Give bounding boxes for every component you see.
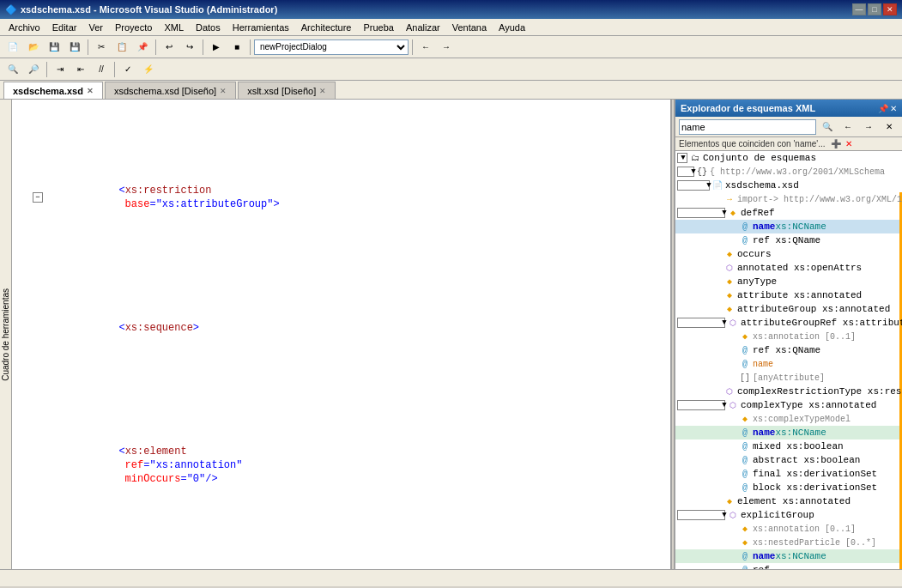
- menu-datos[interactable]: Datos: [191, 21, 226, 33]
- tree-expand-w3c[interactable]: ▼: [677, 167, 694, 177]
- tree-expand-complextype[interactable]: ▼: [677, 400, 725, 410]
- menu-ventana[interactable]: Ventana: [447, 21, 492, 33]
- schema-close-btn[interactable]: ✕: [880, 118, 899, 136]
- tree-defref-name[interactable]: @ name xs:NCName: [675, 220, 902, 233]
- menu-proyecto[interactable]: Proyecto: [110, 21, 157, 33]
- tab-xsdschema[interactable]: xsdschema.xsd ✕: [3, 82, 103, 99]
- toolbar-row-1: 📄 📂 💾 💾 ✂ 📋 📌 ↩ ↪ ▶ ■ newProjectDialog ←…: [0, 36, 902, 58]
- tree-eg-annotation-label: xs:annotation [0..1]: [753, 524, 856, 534]
- menu-analizar[interactable]: Analizar: [401, 21, 445, 33]
- tree-complexrestriction[interactable]: ⬡ complexRestrictionType xs:restricti: [675, 385, 902, 398]
- tree-annotated[interactable]: ⬡ annotated xs:openAttrs: [675, 261, 902, 275]
- tree-element[interactable]: ◆ element xs:annotated: [675, 494, 902, 508]
- menu-archivo[interactable]: Archivo: [3, 21, 45, 33]
- code-text-2: <xs:sequence>: [45, 294, 667, 362]
- schema-tree[interactable]: ▼ 🗂 Conjunto de esquemas ▼ {} { http://w…: [675, 151, 902, 569]
- toolbar-build-btn[interactable]: ▶: [207, 39, 226, 56]
- panel-pin-btn[interactable]: 📌: [878, 104, 888, 113]
- tree-ct-name[interactable]: @ name xs:NCName: [675, 426, 902, 439]
- toolbar-find-btn[interactable]: 🔎: [24, 61, 43, 78]
- tree-occurs[interactable]: ◆ occurs: [675, 247, 902, 261]
- collapse-1[interactable]: −: [33, 192, 43, 203]
- search-clear-icon[interactable]: ✕: [845, 139, 852, 149]
- toolbar-cut-btn[interactable]: ✂: [92, 39, 111, 56]
- toolbar-back-btn[interactable]: ←: [416, 39, 435, 56]
- toolbar-undo-btn[interactable]: ↩: [160, 39, 179, 56]
- tree-import[interactable]: → import-> http://www.w3.org/XML/1: [675, 192, 902, 206]
- schema-search-btn[interactable]: 🔍: [818, 118, 837, 136]
- tree-root[interactable]: ▼ 🗂 Conjunto de esquemas: [675, 151, 902, 165]
- toolbar-indent-btn[interactable]: ⇥: [51, 61, 70, 78]
- tree-ct-model[interactable]: ◆ xs:complexTypeModel: [675, 412, 902, 426]
- tree-xsdschema[interactable]: ▼ 📄 xsdschema.xsd: [675, 179, 902, 192]
- tree-agr-anyattr[interactable]: [] [anyAttribute]: [675, 371, 902, 385]
- menu-herramientas[interactable]: Herramientas: [227, 21, 294, 33]
- schema-search-input[interactable]: [679, 119, 816, 135]
- window-controls[interactable]: — □ ✕: [852, 3, 897, 15]
- tree-attrgroup[interactable]: ◆ attributeGroup xs:annotated: [675, 302, 902, 316]
- maximize-button[interactable]: □: [868, 3, 881, 15]
- tree-expand-defref[interactable]: ▼: [677, 208, 725, 218]
- menu-prueba[interactable]: Prueba: [358, 21, 398, 33]
- tree-eg-annotation[interactable]: ◆ xs:annotation [0..1]: [675, 522, 902, 536]
- project-combo[interactable]: newProjectDialog: [254, 39, 409, 55]
- tab-close-0[interactable]: ✕: [87, 87, 94, 95]
- tree-eg-name[interactable]: @ name xs:NCName: [675, 549, 902, 563]
- eg-ref-icon: @: [739, 564, 751, 569]
- tree-anytype[interactable]: ◆ anyType: [675, 275, 902, 288]
- tab-xsdschema-design[interactable]: xsdschema.xsd [Diseño] ✕: [105, 82, 236, 99]
- toolbar-open-btn[interactable]: 📂: [24, 39, 43, 56]
- schema-nav-back-btn[interactable]: ←: [838, 118, 857, 136]
- toolbar-redo-btn[interactable]: ↪: [180, 39, 199, 56]
- tree-defref[interactable]: ▼ ◆ defRef: [675, 206, 902, 220]
- toolbar-validate-btn[interactable]: ✓: [118, 61, 137, 78]
- menu-xml[interactable]: XML: [159, 21, 189, 33]
- tree-attribute[interactable]: ◆ attribute xs:annotated: [675, 288, 902, 302]
- tree-eg-ref[interactable]: @ ref: [675, 563, 902, 569]
- panel-close-btn[interactable]: ✕: [890, 104, 897, 113]
- schema-nav-fwd-btn[interactable]: →: [859, 118, 878, 136]
- tree-ct-mixed[interactable]: @ mixed xs:boolean: [675, 439, 902, 453]
- tree-ct-abstract[interactable]: @ abstract xs:boolean: [675, 453, 902, 467]
- tree-explicitgroup[interactable]: ▼ ⬡ explicitGroup: [675, 508, 902, 522]
- menu-ayuda[interactable]: Ayuda: [493, 21, 530, 33]
- code-content[interactable]: − <xs:restriction base="xs:attributeGrou…: [12, 100, 670, 569]
- toolbar-copy-btn[interactable]: 📋: [112, 39, 131, 56]
- tree-ct-final[interactable]: @ final xs:derivationSet: [675, 467, 902, 481]
- toolbar-outdent-btn[interactable]: ⇤: [71, 61, 90, 78]
- tree-agr-annotation[interactable]: ◆ xs:annotation [0..1]: [675, 330, 902, 343]
- menu-editar[interactable]: Editar: [47, 21, 82, 33]
- toolbar-stop-btn[interactable]: ■: [227, 39, 246, 56]
- menu-architecture[interactable]: Architecture: [296, 21, 357, 33]
- tree-agr-name[interactable]: @ name: [675, 357, 902, 371]
- minimize-button[interactable]: —: [852, 3, 866, 15]
- tree-expand-xsdschema[interactable]: ▼: [677, 180, 710, 191]
- tree-defref-ref[interactable]: @ ref xs:QName: [675, 233, 902, 247]
- tree-ct-block[interactable]: @ block xs:derivationSet: [675, 481, 902, 494]
- toolbar-save-all-btn[interactable]: 💾: [65, 39, 84, 56]
- tree-expand-attrgroupref[interactable]: ▼: [677, 318, 725, 328]
- tree-defref-name-label: name: [753, 221, 775, 232]
- tree-expand-explicitgroup[interactable]: ▼: [677, 510, 725, 520]
- code-editor[interactable]: − <xs:restriction base="xs:attributeGrou…: [12, 100, 671, 569]
- toolbox-sidebar[interactable]: Cuadro de herramientas: [0, 100, 12, 569]
- toolbar-new-btn[interactable]: 📄: [3, 39, 22, 56]
- tree-agr-ref[interactable]: @ ref xs:QName: [675, 343, 902, 357]
- toolbar-comment-btn[interactable]: //: [92, 61, 111, 78]
- tree-expand-root[interactable]: ▼: [677, 153, 687, 163]
- toolbar-paste-btn[interactable]: 📌: [133, 39, 152, 56]
- attrgroupref-icon: ⬡: [727, 317, 739, 329]
- tree-complextype[interactable]: ▼ ⬡ complexType xs:annotated: [675, 398, 902, 412]
- close-button[interactable]: ✕: [883, 3, 897, 15]
- tab-xslt-design[interactable]: xslt.xsd [Diseño] ✕: [238, 82, 336, 99]
- tab-close-1[interactable]: ✕: [220, 87, 227, 95]
- toolbar-xslt-btn[interactable]: ⚡: [139, 61, 158, 78]
- toolbar-save-btn[interactable]: 💾: [45, 39, 64, 56]
- toolbar-search-btn[interactable]: 🔍: [3, 61, 22, 78]
- menu-ver[interactable]: Ver: [83, 21, 108, 33]
- toolbar-forward-btn[interactable]: →: [437, 39, 456, 56]
- tree-attrgroupref[interactable]: ▼ ⬡ attributeGroupRef xs:attributeGrou: [675, 316, 902, 330]
- tree-w3c[interactable]: ▼ {} { http://www.w3.org/2001/XMLSchema: [675, 165, 902, 179]
- tab-close-2[interactable]: ✕: [319, 87, 326, 95]
- tree-eg-nested[interactable]: ◆ xs:nestedParticle [0..*]: [675, 536, 902, 549]
